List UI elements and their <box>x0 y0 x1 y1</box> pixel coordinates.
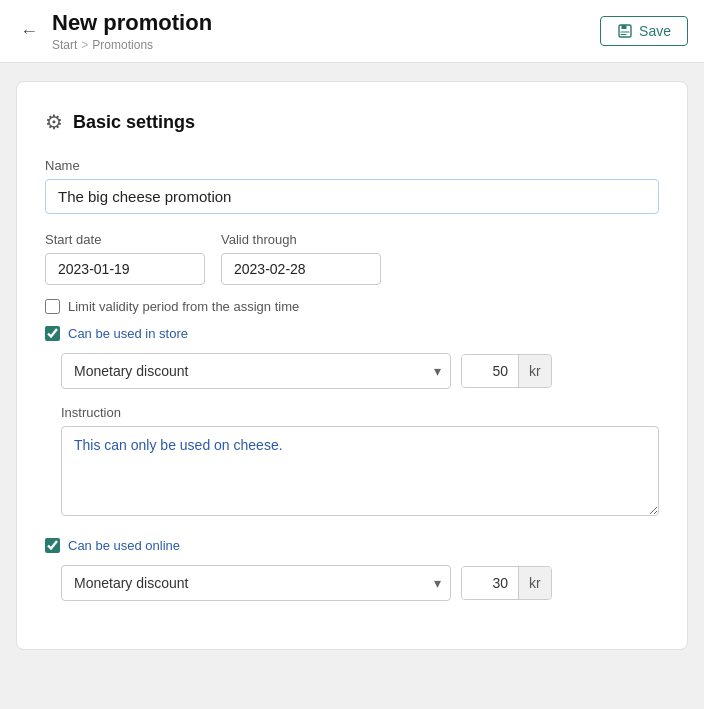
store-amount-wrap: kr <box>461 354 552 388</box>
limit-validity-row: Limit validity period from the assign ti… <box>45 299 659 314</box>
valid-through-label: Valid through <box>221 232 381 247</box>
gear-icon: ⚙ <box>45 110 63 134</box>
page-title: New promotion <box>52 10 212 36</box>
section-header: ⚙ Basic settings <box>45 110 659 134</box>
online-checkbox[interactable] <box>45 538 60 553</box>
main-content: ⚙ Basic settings Name Start date Valid t… <box>0 63 704 668</box>
breadcrumb-current: Promotions <box>92 38 153 52</box>
name-label: Name <box>45 158 659 173</box>
settings-card: ⚙ Basic settings Name Start date Valid t… <box>16 81 688 650</box>
store-checkbox[interactable] <box>45 326 60 341</box>
valid-through-group: Valid through <box>221 232 381 285</box>
limit-validity-label: Limit validity period from the assign ti… <box>68 299 299 314</box>
instruction-textarea[interactable]: This can only be used on cheese. <box>61 426 659 516</box>
online-checkbox-label: Can be used online <box>68 538 180 553</box>
section-title: Basic settings <box>73 112 195 133</box>
valid-through-input[interactable] <box>221 253 381 285</box>
name-input[interactable] <box>45 179 659 214</box>
online-amount-input[interactable] <box>462 567 518 599</box>
svg-rect-1 <box>622 25 627 29</box>
save-button[interactable]: Save <box>600 16 688 46</box>
store-checkbox-label: Can be used in store <box>68 326 188 341</box>
store-amount-input[interactable] <box>462 355 518 387</box>
top-bar: ← New promotion Start > Promotions Save <box>0 0 704 63</box>
online-currency-label: kr <box>518 567 551 599</box>
top-bar-left: ← New promotion Start > Promotions <box>16 10 212 52</box>
online-discount-select[interactable]: Monetary discount Percentage discount Fr… <box>61 565 451 601</box>
start-date-group: Start date <box>45 232 205 285</box>
store-discount-row: Monetary discount Percentage discount Fr… <box>61 353 659 389</box>
save-icon <box>617 23 633 39</box>
store-checkbox-row: Can be used in store <box>45 326 659 341</box>
title-breadcrumb: New promotion Start > Promotions <box>52 10 212 52</box>
online-discount-row: Monetary discount Percentage discount Fr… <box>61 565 659 601</box>
date-row: Start date Valid through <box>45 232 659 285</box>
back-button[interactable]: ← <box>16 22 42 40</box>
online-discount-dropdown-wrap: Monetary discount Percentage discount Fr… <box>61 565 451 601</box>
breadcrumb-start: Start <box>52 38 77 52</box>
store-discount-dropdown-wrap: Monetary discount Percentage discount Fr… <box>61 353 451 389</box>
store-discount-select[interactable]: Monetary discount Percentage discount Fr… <box>61 353 451 389</box>
instruction-group: Instruction This can only be used on che… <box>61 405 659 520</box>
save-label: Save <box>639 23 671 39</box>
limit-validity-checkbox[interactable] <box>45 299 60 314</box>
instruction-label: Instruction <box>61 405 659 420</box>
store-currency-label: kr <box>518 355 551 387</box>
start-date-input[interactable] <box>45 253 205 285</box>
breadcrumb-separator: > <box>81 38 88 52</box>
online-amount-wrap: kr <box>461 566 552 600</box>
name-group: Name <box>45 158 659 214</box>
start-date-label: Start date <box>45 232 205 247</box>
online-checkbox-row: Can be used online <box>45 538 659 553</box>
breadcrumb: Start > Promotions <box>52 38 212 52</box>
